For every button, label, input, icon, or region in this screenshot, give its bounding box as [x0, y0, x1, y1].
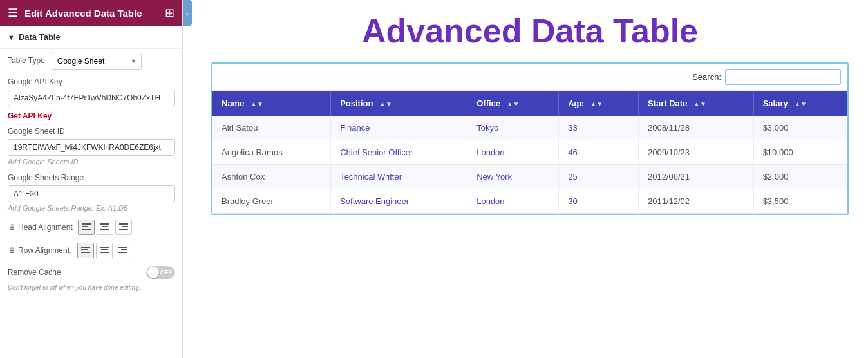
- sort-arrows-position: ▲▼: [379, 100, 392, 108]
- col-name[interactable]: Name ▲▼: [212, 91, 331, 116]
- col-age[interactable]: Age ▲▼: [559, 91, 639, 116]
- table-cell: 2009/10/23: [638, 140, 753, 165]
- api-key-label: Google API Key: [8, 77, 175, 86]
- toggle-knob: [147, 267, 159, 278]
- sort-arrows-start-date: ▲▼: [693, 100, 706, 108]
- svg-rect-6: [119, 223, 128, 225]
- sheets-range-hint: Add Google Sheets Range. Ex: A1:D5: [8, 204, 175, 212]
- monitor-icon-head: 🖥: [8, 223, 15, 232]
- head-alignment-label: 🖥 Head Alignment: [8, 223, 73, 232]
- section-arrow-icon: ▼: [8, 33, 15, 41]
- table-row: Bradley GreerSoftware EngineerLondon3020…: [212, 189, 847, 214]
- sort-arrows-name: ▲▼: [250, 100, 263, 108]
- sidebar-title: Edit Advanced Data Table: [18, 8, 165, 19]
- head-alignment-row: 🖥 Head Alignment: [0, 216, 182, 239]
- svg-rect-12: [100, 247, 109, 248]
- svg-rect-15: [118, 247, 127, 248]
- table-cell: 2012/06/21: [638, 165, 753, 189]
- svg-rect-16: [121, 249, 127, 250]
- col-position[interactable]: Position ▲▼: [331, 91, 467, 116]
- table-cell: Finance: [331, 116, 467, 140]
- remove-cache-toggle[interactable]: [146, 266, 175, 279]
- table-cell: Technical Writter: [331, 165, 467, 189]
- svg-rect-3: [100, 223, 109, 225]
- table-cell: Chief Senior Officer: [331, 140, 467, 165]
- api-key-field-row: Google API Key: [0, 73, 182, 110]
- table-cell: 30: [559, 189, 639, 214]
- remove-cache-label: Remove Cache: [8, 268, 61, 277]
- datatable-search-bar: Search:: [212, 64, 847, 91]
- api-key-input[interactable]: [8, 90, 175, 106]
- table-cell: 33: [559, 116, 639, 140]
- table-type-label: Table Type: [8, 56, 45, 65]
- svg-rect-7: [122, 226, 128, 227]
- head-align-center-button[interactable]: [97, 220, 113, 235]
- table-cell: Bradley Greer: [212, 189, 331, 214]
- row-align-right-button[interactable]: [115, 243, 131, 258]
- grid-icon[interactable]: ⊞: [165, 6, 175, 20]
- dont-forget-text: Don't forget to off when you have done e…: [0, 283, 182, 292]
- get-api-link[interactable]: Get API Key: [0, 110, 182, 123]
- section-label: Data Table: [19, 32, 61, 42]
- sheets-range-input[interactable]: [8, 185, 175, 202]
- table-cell: Airi Satou: [212, 116, 331, 140]
- sheets-range-label: Google Sheets Range: [8, 173, 175, 182]
- svg-rect-4: [102, 226, 108, 227]
- datatable-wrapper: Search: Name ▲▼ Position ▲▼ Office ▲▼ Ag…: [211, 62, 849, 215]
- row-alignment-row: 🖥 Row Alignment: [0, 239, 182, 262]
- table-cell: $10,000: [753, 140, 847, 165]
- table-cell: $2,000: [753, 165, 847, 189]
- table-cell: 2008/11/28: [638, 116, 753, 140]
- table-cell: Software Engineer: [331, 189, 467, 214]
- sort-arrows-age: ▲▼: [590, 100, 603, 108]
- row-align-left-button[interactable]: [77, 243, 94, 258]
- data-table: Name ▲▼ Position ▲▼ Office ▲▼ Age ▲▼ Sta…: [212, 91, 847, 214]
- svg-rect-14: [100, 252, 109, 253]
- svg-rect-1: [82, 226, 88, 227]
- collapse-handle[interactable]: ‹: [183, 0, 192, 26]
- table-type-select[interactable]: Google Sheet CSV JSON: [52, 53, 142, 70]
- table-cell: Angelica Ramos: [212, 140, 331, 165]
- main-content: Advanced Data Table Search: Name ▲▼ Posi…: [192, 0, 868, 358]
- section-toggle-data-table[interactable]: ▼ Data Table: [0, 26, 182, 49]
- page-title: Advanced Data Table: [211, 13, 849, 50]
- svg-rect-10: [81, 249, 88, 250]
- head-align-buttons: [78, 220, 132, 235]
- row-align-center-button[interactable]: [96, 243, 113, 258]
- search-input[interactable]: [725, 69, 841, 85]
- sidebar: ☰ Edit Advanced Data Table ⊞ ▼ Data Tabl…: [0, 0, 183, 358]
- table-row: Airi SatouFinanceTokyo332008/11/28$3,000: [212, 116, 847, 140]
- table-type-select-wrapper: Google Sheet CSV JSON: [52, 53, 142, 70]
- head-align-left-button[interactable]: [78, 220, 95, 235]
- remove-cache-row: Remove Cache: [0, 262, 182, 283]
- svg-rect-13: [101, 249, 108, 250]
- table-row: Ashton CoxTechnical WritterNew York25201…: [212, 165, 847, 189]
- svg-rect-17: [118, 252, 127, 253]
- table-cell: Ashton Cox: [212, 165, 331, 189]
- svg-rect-8: [119, 229, 128, 230]
- row-alignment-label: 🖥 Row Alignment: [8, 246, 72, 255]
- table-row: Angelica RamosChief Senior OfficerLondon…: [212, 140, 847, 165]
- col-start-date[interactable]: Start Date ▲▼: [638, 91, 753, 116]
- col-office[interactable]: Office ▲▼: [467, 91, 559, 116]
- sheet-id-input[interactable]: [8, 139, 175, 156]
- svg-rect-11: [81, 252, 90, 253]
- sidebar-header: ☰ Edit Advanced Data Table ⊞: [0, 0, 182, 26]
- sort-arrows-salary: ▲▼: [794, 100, 807, 108]
- col-salary[interactable]: Salary ▲▼: [753, 91, 847, 116]
- table-cell: $3,000: [753, 116, 847, 140]
- hamburger-icon[interactable]: ☰: [8, 6, 18, 20]
- sheet-id-hint: Add Google Sheets ID.: [8, 158, 175, 165]
- head-align-right-button[interactable]: [115, 220, 132, 235]
- table-header: Name ▲▼ Position ▲▼ Office ▲▼ Age ▲▼ Sta…: [212, 91, 847, 116]
- monitor-icon-row: 🖥: [8, 246, 15, 255]
- table-type-row: Table Type Google Sheet CSV JSON: [0, 49, 182, 73]
- table-cell: Tokyo: [467, 116, 559, 140]
- svg-rect-9: [81, 247, 90, 248]
- table-cell: New York: [467, 165, 559, 189]
- table-cell: $3,500: [753, 189, 847, 214]
- svg-rect-0: [82, 223, 91, 225]
- table-cell: 25: [559, 165, 639, 189]
- table-cell: 46: [559, 140, 639, 165]
- table-header-row: Name ▲▼ Position ▲▼ Office ▲▼ Age ▲▼ Sta…: [212, 91, 847, 116]
